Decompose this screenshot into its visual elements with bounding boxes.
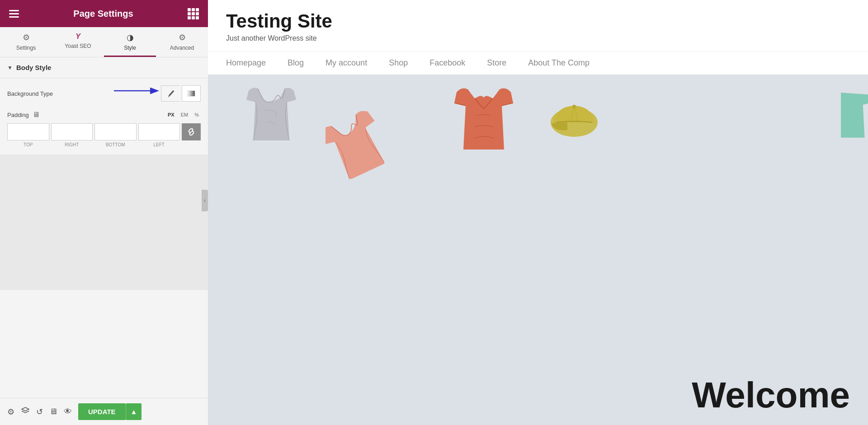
- panel-header: Page Settings: [0, 0, 208, 27]
- left-panel: Page Settings ⚙ Settings Y Yoast SEO ◑ S…: [0, 0, 208, 425]
- site-subtitle: Just another WordPress site: [226, 34, 850, 42]
- layers-footer-icon[interactable]: [21, 406, 30, 417]
- padding-inputs: TOP RIGHT BOTTOM LEFT: [7, 123, 201, 147]
- tab-yoast-seo[interactable]: Y Yoast SEO: [52, 27, 104, 57]
- padding-right-input[interactable]: [51, 123, 93, 140]
- unit-percent-btn[interactable]: %: [193, 111, 201, 118]
- empty-panel-area: [0, 154, 208, 290]
- unit-px-btn[interactable]: PX: [166, 111, 176, 118]
- svg-rect-2: [188, 91, 195, 96]
- padding-bottom-input[interactable]: [94, 123, 137, 140]
- site-nav: Homepage Blog My account Shop Facebook S…: [208, 52, 868, 75]
- blue-arrow-annotation: [114, 82, 164, 98]
- monitor-icon: 🖥: [33, 111, 40, 119]
- padding-top-label: TOP: [24, 142, 33, 147]
- paint-brush-icon: [167, 89, 175, 98]
- padding-right-group: RIGHT: [51, 123, 93, 147]
- tab-settings[interactable]: ⚙ Settings: [0, 27, 52, 57]
- site-title: Testing Site: [226, 11, 850, 32]
- padding-bottom-group: BOTTOM: [94, 123, 137, 147]
- layers-icon: [21, 406, 30, 415]
- link-dimensions-btn[interactable]: [182, 123, 201, 140]
- orange-shirt-illustration: [452, 84, 515, 152]
- site-header: Testing Site Just another WordPress site: [208, 0, 868, 52]
- gray-shirt-illustration: [244, 84, 298, 143]
- padding-label: Padding: [7, 112, 29, 118]
- padding-bottom-label: BOTTOM: [106, 142, 125, 147]
- teal-shirt-partial: [841, 89, 868, 156]
- gear-icon: ⚙: [23, 33, 30, 42]
- right-panel: Testing Site Just another WordPress site…: [208, 0, 868, 425]
- teal-shirt-svg: [841, 89, 868, 140]
- grid-apps-icon[interactable]: [188, 8, 199, 19]
- bg-type-color-btn[interactable]: [161, 85, 180, 102]
- padding-left-group: LEFT: [138, 123, 180, 147]
- settings-area: Background Type: [0, 78, 208, 154]
- history-footer-icon[interactable]: ↺: [36, 407, 43, 417]
- welcome-text: Welcome: [692, 374, 850, 416]
- padding-left-label: LEFT: [154, 142, 165, 147]
- half-circle-icon: ◑: [127, 33, 134, 42]
- panel-tabs: ⚙ Settings Y Yoast SEO ◑ Style ⚙ Advance…: [0, 27, 208, 57]
- link-icon: [188, 128, 195, 135]
- eye-footer-icon[interactable]: 👁: [64, 407, 72, 416]
- panel-body: ▼ Body Style Background Type: [0, 57, 208, 398]
- nav-item-facebook[interactable]: Facebook: [429, 58, 465, 68]
- clothing-area: Welcome: [208, 75, 868, 425]
- unit-em-btn[interactable]: EM: [179, 111, 190, 118]
- nav-item-blog[interactable]: Blog: [288, 58, 304, 68]
- padding-section: Padding 🖥 PX EM % TOP: [7, 111, 201, 147]
- tab-style[interactable]: ◑ Style: [104, 27, 156, 57]
- collapse-panel-handle[interactable]: ‹: [202, 190, 208, 211]
- background-type-controls: [161, 85, 201, 102]
- padding-right-label: RIGHT: [65, 142, 79, 147]
- settings-footer-icon[interactable]: ⚙: [7, 407, 14, 417]
- update-dropdown-btn[interactable]: ▲: [126, 403, 142, 420]
- pink-shirt-illustration: [326, 111, 384, 179]
- section-title: Body Style: [16, 64, 52, 71]
- nav-item-shop[interactable]: Shop: [389, 58, 408, 68]
- unit-buttons: PX EM %: [166, 111, 201, 118]
- panel-title: Page Settings: [73, 9, 133, 19]
- background-type-label: Background Type: [7, 90, 53, 97]
- monitor-footer-icon[interactable]: 🖥: [49, 407, 57, 416]
- yoast-icon: Y: [75, 33, 80, 41]
- padding-header: Padding 🖥 PX EM %: [7, 111, 201, 119]
- section-arrow-icon: ▼: [7, 65, 13, 71]
- update-button[interactable]: UPDATE: [78, 403, 126, 420]
- panel-footer: ⚙ ↺ 🖥 👁 UPDATE ▲: [0, 398, 208, 425]
- padding-top-group: TOP: [7, 123, 49, 147]
- padding-left-input[interactable]: [138, 123, 180, 140]
- nav-item-store[interactable]: Store: [487, 58, 506, 68]
- gradient-icon: [187, 89, 195, 98]
- update-btn-group: UPDATE ▲: [78, 403, 142, 420]
- yellow-cap-illustration: [549, 98, 604, 143]
- svg-line-3: [191, 131, 192, 132]
- advanced-gear-icon: ⚙: [179, 33, 186, 42]
- nav-item-about[interactable]: About The Comp: [528, 58, 590, 68]
- background-type-row: Background Type: [7, 85, 201, 102]
- svg-point-5: [572, 105, 576, 108]
- nav-item-my-account[interactable]: My account: [326, 58, 367, 68]
- padding-label-row: Padding 🖥: [7, 111, 40, 119]
- padding-top-input[interactable]: [7, 123, 49, 140]
- body-style-section: ▼ Body Style: [0, 57, 208, 78]
- nav-item-homepage[interactable]: Homepage: [226, 58, 266, 68]
- tab-advanced[interactable]: ⚙ Advanced: [156, 27, 208, 57]
- site-content: Welcome: [208, 75, 868, 425]
- bg-type-gradient-btn[interactable]: [182, 85, 201, 102]
- hamburger-menu-icon[interactable]: [9, 10, 19, 18]
